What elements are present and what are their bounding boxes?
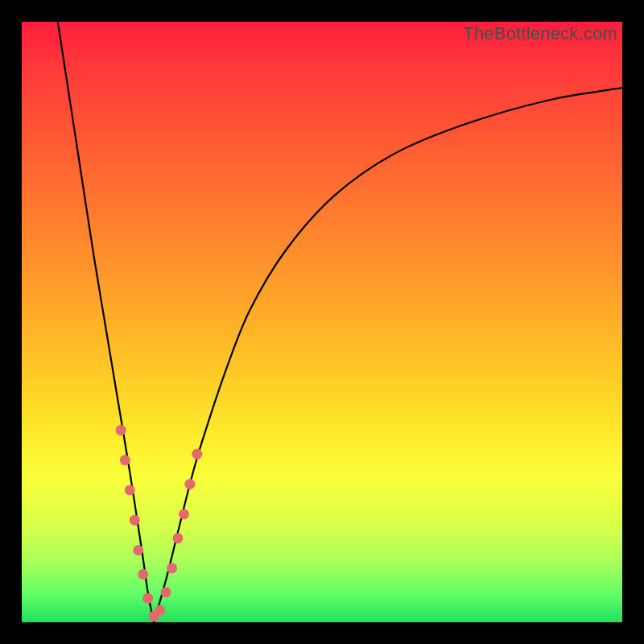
marker-dot [155,605,165,616]
marker-group [116,425,203,621]
marker-dot [179,509,189,519]
watermark-text: TheBottleneck.com [463,23,617,44]
left-branch-line [58,22,154,622]
marker-dot [133,545,143,555]
marker-dot [120,455,130,465]
marker-dot [138,569,148,580]
marker-dot [172,533,183,543]
marker-dot [125,485,135,495]
marker-dot [192,449,202,460]
marker-dot [116,425,126,436]
plot-area: TheBottleneck.com [22,22,622,622]
marker-dot [130,515,140,526]
chart-frame: TheBottleneck.com [0,0,644,644]
marker-dot [167,563,177,573]
marker-dot [142,593,153,604]
curve-svg [22,22,622,622]
right-branch-line [154,88,622,622]
marker-dot [161,587,171,597]
marker-dot [184,479,195,489]
